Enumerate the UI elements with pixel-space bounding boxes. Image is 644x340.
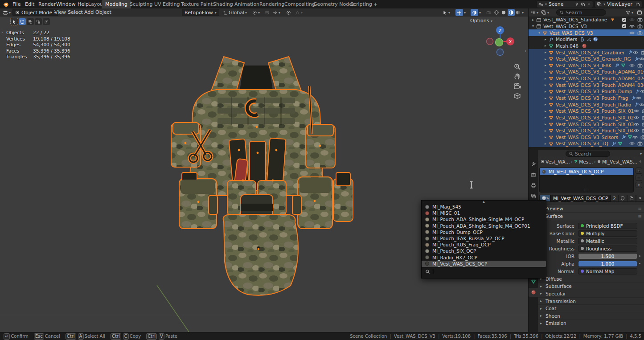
panel-surface[interactable]: ▾Surface≡ [538,213,644,220]
outliner-row-object[interactable]: ▸ Vest_WAS_DCS_V3_Pouch_SIX_02 [529,115,644,121]
material-slot-active[interactable]: MI_Vest_WAS_DCS_OCP [540,168,633,175]
stats-collapse-chevron[interactable]: › [1,30,3,34]
outliner-row-modifiers[interactable]: ▸ Modifiers [529,36,644,43]
show-overlays-toggle[interactable] [471,9,478,16]
ior-slider[interactable]: 1.500 [578,253,637,259]
shading-material-button[interactable] [508,9,515,16]
outliner-row-object[interactable]: ▸ Vest_WAS_DCS_V3_Pouch_ADAM4_01 [529,69,644,75]
tab-view-layer[interactable] [529,192,538,201]
hide-eye-icon[interactable] [629,63,635,68]
unlink-material-button[interactable] [636,195,644,202]
normal-input[interactable]: Normal Map [578,268,637,274]
options-dropdown[interactable]: Options ▾ [470,18,492,24]
hide-eye-icon[interactable] [639,56,644,61]
tweak-tool-button[interactable] [11,18,18,25]
camera-visibility-icon[interactable] [637,17,643,22]
camera-visibility-icon[interactable] [637,63,643,68]
menu-view[interactable]: View [54,8,66,16]
overlays-dropdown[interactable]: ▾ [479,9,481,16]
axis-neg-z[interactable] [497,49,504,56]
hide-eye-icon[interactable] [629,141,635,146]
snap-settings-dropdown[interactable]: ▾ [273,9,280,16]
transform-orientation-dropdown[interactable]: Global▾ [223,9,247,16]
slot-specials-dropdown[interactable]: ▾ [636,182,642,188]
dropdown-item[interactable]: MI_MISC_01 [422,210,546,216]
camera-visibility-icon[interactable] [642,128,644,133]
select-extend-button[interactable] [27,18,34,25]
base-color-input[interactable]: Multiply [578,230,637,237]
proportional-edit-toggle[interactable] [286,9,291,16]
material-name-field[interactable]: MI_Vest_WAS_DCS_OCP [550,195,611,202]
menu-select[interactable]: Select [68,8,83,16]
selectability-dropdown[interactable]: ▾ [443,9,450,16]
camera-visibility-icon[interactable] [640,135,644,140]
shading-dropdown[interactable]: ▾ [522,9,524,16]
outliner-row-object[interactable]: ▸ Vest_WAS_DCS_V3_Pouch_Dump [529,88,644,95]
navigation-gizmo[interactable]: Z X [484,25,516,60]
shading-wireframe-button[interactable] [494,9,499,16]
resize-grip[interactable]: ∷∷ [584,188,589,192]
breadcrumb-mesh[interactable]: Mes... [579,159,593,164]
pivot-point-dropdown[interactable]: ▾ [252,9,260,16]
outliner-editor-type-button[interactable]: ▾ [530,9,538,16]
outliner-search-input[interactable]: Search [556,9,606,16]
properties-options-dropdown[interactable]: ▾ [640,150,642,157]
panel-preview[interactable]: ▸Preview≡ [538,205,644,213]
editor-type-button[interactable]: ▾ [3,9,11,16]
copy-icon[interactable] [636,2,640,7]
alpha-slider[interactable]: 1.000 [578,261,637,267]
hide-eye-icon[interactable] [634,128,639,133]
axis-neg-x[interactable] [487,38,493,45]
blender-logo-icon[interactable] [3,1,9,7]
tab-tool[interactable] [529,160,538,168]
breadcrumb-object[interactable]: Vest_WA... [546,159,570,164]
camera-visibility-icon[interactable] [642,122,644,127]
copy-icon[interactable] [581,2,585,7]
material-users-count[interactable]: 2 [611,195,618,202]
select-box-button[interactable] [19,18,26,25]
hide-eye-icon[interactable] [639,102,644,107]
pan-tool-icon[interactable] [513,73,522,81]
outliner-filter-button[interactable]: ▾ [626,9,633,16]
menu-file[interactable]: File [10,0,23,8]
tab-output[interactable] [529,181,538,190]
camera-visibility-icon[interactable] [637,30,643,36]
dropdown-item[interactable]: MI_Pouch_ADA_Shingle_Single_M4_OCP [422,216,546,222]
dropdown-item-selected[interactable]: MI_Vest_WAS_DCS_OCP [422,261,546,267]
outliner-row-object[interactable]: ▸ Vest_WAS_DCS_V3_Pouch_SIX_04 [529,127,644,134]
mode-dropdown[interactable]: Object Mode ▾ [12,9,58,16]
dropdown-item[interactable]: MI_Pouch_ADA_Shingle_Single_M4_OCP01 [422,223,546,229]
outliner-row-object[interactable]: ▸ Vest_WAS_DCS_V3_Scisors [529,134,644,141]
outliner-row-object[interactable]: ▸ Vest_WAS_DCS_V3_Pouch_SIX_01 [529,108,644,115]
camera-visibility-icon[interactable] [637,141,643,146]
select-intersect-button[interactable] [43,18,50,25]
breadcrumb-material[interactable]: MI_Vest_WAS... [602,159,637,164]
menu-edit[interactable]: Edit [22,0,37,8]
fake-user-button[interactable] [618,195,627,202]
select-subtract-button[interactable] [35,18,42,25]
hide-eye-icon[interactable] [634,122,639,127]
scroll-up-arrow[interactable]: ▲ [422,201,546,204]
gizmo-dropdown[interactable]: ▾ [464,9,466,16]
panel-specular[interactable]: ▸Specular [538,290,644,297]
viewport-3d[interactable]: › Objects22 / 22 Vertices19,108 / 19,108… [0,16,528,332]
outliner-row-object[interactable]: ▸ Vest_WAS_DCS_V3_Grenade_RG [529,56,644,62]
panel-emission[interactable]: ▸Emission [538,320,644,327]
outliner-row-object[interactable]: ▸ Vest_WAS_DCS_V3_Pouch_ADAM4_03 [529,82,644,88]
axis-y[interactable] [496,39,503,46]
vest-model[interactable] [156,47,354,303]
shading-solid-button[interactable] [501,9,506,16]
outliner-row-object[interactable]: ▸ Vest_WAS_DCS_V3_Pouch_Frag [529,95,644,102]
tab-render[interactable] [529,170,538,179]
outliner-row-mesh-data[interactable]: ▸ Mesh.046 [529,43,644,49]
add-slot-button[interactable] [636,168,642,174]
camera-view-icon[interactable] [513,82,522,91]
hide-eye-icon[interactable] [640,89,644,94]
dropdown-item[interactable]: MI_Mag_545 [422,204,546,210]
panel-diffuse[interactable]: ▸Diffuse [538,275,644,283]
camera-visibility-icon[interactable] [637,24,643,29]
dropdown-item[interactable]: MI_Pouch_RUS_Frag_OCP [422,242,546,248]
metallic-input[interactable]: Metallic [578,238,637,244]
camera-visibility-icon[interactable] [642,108,644,114]
orthographic-toggle-icon[interactable] [513,92,522,101]
